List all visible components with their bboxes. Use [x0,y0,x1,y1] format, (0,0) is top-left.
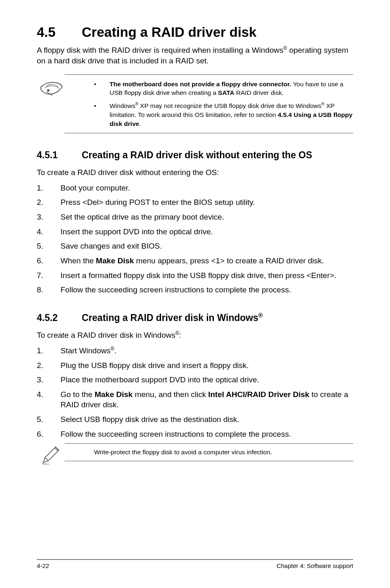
list-item: 6.When the Make Disk menu appears, press… [37,256,353,266]
s2s4-b1: Make Disk [94,390,132,399]
list-item: 8.Follow the succeeding screen instructi… [37,285,353,295]
registered-mark: ® [258,312,263,319]
s2s1-pre: Start Windows [61,346,110,355]
step-text: Boot your computer. [61,183,353,193]
heading-number: 4.5 [37,25,82,40]
heading-4-5-1: 4.5.1Creating a RAID driver disk without… [37,150,353,161]
note-item-2: • Windows® XP may not recognize the USB … [94,101,353,128]
registered-mark: ® [110,346,114,352]
footer-page-number: 4-22 [37,562,49,569]
note1-bold2: SATA [218,89,234,96]
s2s4-t1: Go to the [61,390,94,399]
heading-title: Creating a RAID driver disk [82,25,256,40]
note2-text1: Windows [110,102,135,109]
bullet-marker: • [94,80,110,97]
registered-mark: ® [175,330,179,336]
s1s6-bold: Make Disk [96,256,134,265]
intro-part1: A floppy disk with the RAID driver is re… [37,46,283,54]
list-item: 4.Insert the support DVD into the optica… [37,227,353,237]
note2-text4: . [139,120,141,127]
step-text: Go to the Make Disk menu, and then click… [61,389,353,410]
step-text: When the Make Disk menu appears, press <… [61,256,353,266]
note-item-2-text: Windows® XP may not recognize the USB fl… [110,101,353,128]
step-text: Select USB floppy disk drive as the dest… [61,414,353,425]
step-text: Follow the succeeding screen instruction… [61,429,353,440]
step-number: 1. [37,346,61,356]
heading-number: 4.5.1 [37,150,82,161]
list-item: 5.Save changes and exit BIOS. [37,241,353,251]
heading-title: Creating a RAID driver disk in Windows® [82,312,263,323]
step-text: Insert a formatted floppy disk into the … [61,270,353,281]
section2-lead: To create a RAID driver disk in Windows®… [37,330,353,341]
list-item: 1.Boot your computer. [37,183,353,193]
step-number: 2. [37,360,61,371]
step-number: 6. [37,429,61,440]
heading-title: Creating a RAID driver disk without ente… [82,150,312,160]
step-number: 2. [37,197,61,208]
s1s6-pre: When the [61,256,96,265]
s2s4-t2: menu, and then click [132,390,208,399]
s1s6-post: menu appears, press <1> to create a RAID… [134,256,324,265]
page: 4.5Creating a RAID driver disk A floppy … [0,0,390,588]
list-item: 5.Select USB floppy disk drive as the de… [37,414,353,425]
step-number: 3. [37,375,61,385]
list-item: 6.Follow the succeeding screen instructi… [37,429,353,440]
note-item-1: • The motherboard does not provide a flo… [94,80,353,97]
heading-4-5: 4.5Creating a RAID driver disk [37,25,353,40]
list-item: 4.Go to the Make Disk menu, and then cli… [37,389,353,410]
page-footer: 4-22 Chapter 4: Software support [37,559,353,569]
note2-text2: XP may not recognize the USB floppy disk… [138,102,321,109]
registered-mark: ® [283,45,287,51]
svg-point-0 [47,89,49,92]
step-text: Set the optical drive as the primary boo… [61,212,353,222]
list-item: 7.Insert a formatted floppy disk into th… [37,270,353,281]
list-item: 2.Press <Del> during POST to enter the B… [37,197,353,208]
list-item: 1.Start Windows®. [37,346,353,356]
note-item-1-text: The motherboard does not provide a flopp… [110,80,353,97]
heading-4-5-2: 4.5.2Creating a RAID driver disk in Wind… [37,312,353,323]
tip-text: Write-protect the floppy disk to avoid a… [94,449,272,456]
step-number: 6. [37,256,61,266]
note1-text2: RAID driver disk. [234,89,284,96]
note1-bold1: The motherboard does not provide a flopp… [110,81,291,88]
step-text: Press <Del> during POST to enter the BIO… [61,197,353,208]
step-text: Insert the support DVD into the optical … [61,227,353,237]
step-text: Place the motherboard support DVD into t… [61,375,353,385]
heading-number: 4.5.2 [37,312,82,323]
s2s4-b2: Intel AHCI/RAID Driver Disk [208,390,309,399]
step-number: 5. [37,414,61,425]
step-number: 4. [37,227,61,237]
step-number: 8. [37,285,61,295]
step-number: 7. [37,270,61,281]
svg-point-1 [42,463,50,465]
list-item: 2.Plug the USB floppy disk drive and ins… [37,360,353,371]
step-number: 1. [37,183,61,193]
step-text: Follow the succeeding screen instruction… [61,285,353,295]
step-text: Plug the USB floppy disk drive and inser… [61,360,353,371]
step-text: Start Windows®. [61,346,353,356]
tip-block: Write-protect the floppy disk to avoid a… [65,443,353,461]
section2-steps: 1.Start Windows®. 2.Plug the USB floppy … [37,346,353,440]
footer-chapter: Chapter 4: Software support [276,562,353,569]
note-icon [40,81,63,97]
section1-steps: 1.Boot your computer. 2.Press <Del> duri… [37,183,353,295]
step-number: 4. [37,389,61,410]
intro-paragraph: A floppy disk with the RAID driver is re… [37,45,353,66]
section1-lead: To create a RAID driver disk without ent… [37,167,353,178]
list-item: 3.Set the optical drive as the primary b… [37,212,353,222]
s2-lead-pre: To create a RAID driver disk in Windows [37,331,175,339]
s2s1-post: . [114,346,117,355]
bullet-marker: • [94,101,110,128]
step-number: 5. [37,241,61,251]
pencil-icon [40,444,61,468]
step-number: 3. [37,212,61,222]
note-block: • The motherboard does not provide a flo… [65,74,353,134]
s2-lead-post: : [179,331,181,339]
s2-title-pre: Creating a RAID driver disk in Windows [82,312,258,323]
list-item: 3.Place the motherboard support DVD into… [37,375,353,385]
step-text: Save changes and exit BIOS. [61,241,353,251]
